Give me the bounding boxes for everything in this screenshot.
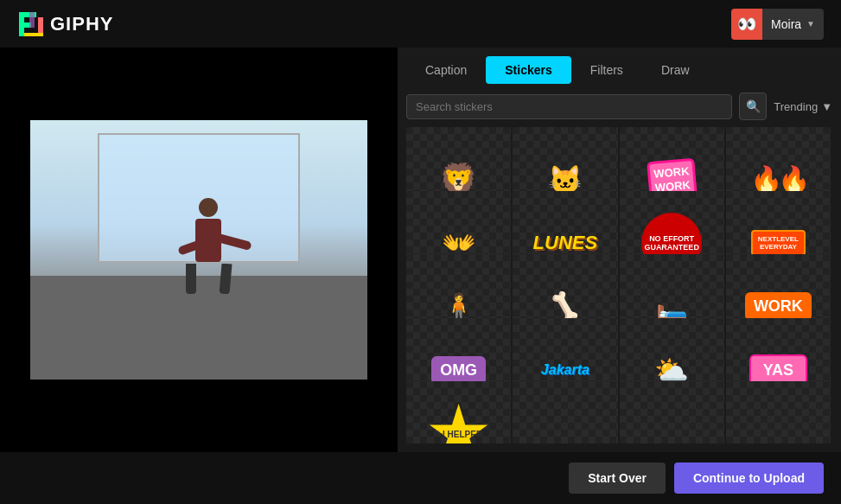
sticker-ihelped[interactable]: ★I HELPED (406, 381, 511, 443)
stickers-container: 🦁 🐱 WORKWORK 🔥🔥 👐 (406, 127, 832, 443)
trending-label: Trending (774, 100, 818, 113)
search-area: 🔍 Trending ▼ (406, 93, 832, 120)
person-body (195, 219, 221, 262)
search-button[interactable]: 🔍 (739, 93, 767, 120)
sticker-empty-1[interactable] (513, 381, 617, 443)
svg-rect-3 (29, 12, 35, 28)
user-menu-button[interactable]: Moira ▼ (762, 9, 824, 40)
video-panel (0, 48, 398, 452)
person-legs (182, 264, 234, 294)
controls-panel: Caption Stickers Filters Draw 🔍 Trending… (398, 48, 841, 452)
chevron-down-icon: ▼ (821, 100, 832, 113)
giphy-logo-icon (17, 10, 45, 38)
tab-bar: Caption Stickers Filters Draw (406, 56, 832, 84)
sticker-empty-2[interactable] (620, 381, 724, 443)
stickers-grid: 🦁 🐱 WORKWORK 🔥🔥 👐 (406, 127, 832, 443)
search-input[interactable] (406, 94, 732, 119)
user-area: 👀 Moira ▼ (731, 9, 824, 40)
trending-button[interactable]: Trending ▼ (774, 100, 832, 113)
start-over-button[interactable]: Start Over (569, 463, 666, 494)
video-scene (30, 120, 367, 380)
person-head (199, 198, 218, 217)
video-frame (30, 120, 367, 380)
chevron-down-icon: ▼ (806, 19, 815, 29)
avatar-button[interactable]: 👀 (731, 9, 762, 40)
header: GIPHY 👀 Moira ▼ (0, 0, 841, 48)
bottom-bar: Start Over Continue to Upload (0, 452, 841, 504)
tab-stickers[interactable]: Stickers (486, 56, 570, 84)
search-icon: 🔍 (746, 99, 761, 113)
tab-caption[interactable]: Caption (406, 56, 486, 84)
person-figure (182, 198, 234, 302)
continue-upload-button[interactable]: Continue to Upload (674, 463, 824, 494)
person-leg-right (219, 264, 232, 294)
user-name: Moira (771, 17, 801, 31)
svg-rect-5 (24, 33, 43, 36)
sticker-empty-3[interactable] (726, 381, 831, 443)
tab-filters[interactable]: Filters (571, 56, 642, 84)
logo: GIPHY (17, 10, 113, 38)
main-content: Caption Stickers Filters Draw 🔍 Trending… (0, 48, 841, 452)
avatar-emoji: 👀 (737, 15, 756, 34)
person-leg-left (186, 264, 196, 294)
sticker-ihelped-content: ★I HELPED (417, 392, 500, 443)
tab-draw[interactable]: Draw (642, 56, 709, 84)
svg-rect-2 (19, 22, 31, 28)
logo-text: GIPHY (50, 13, 113, 35)
